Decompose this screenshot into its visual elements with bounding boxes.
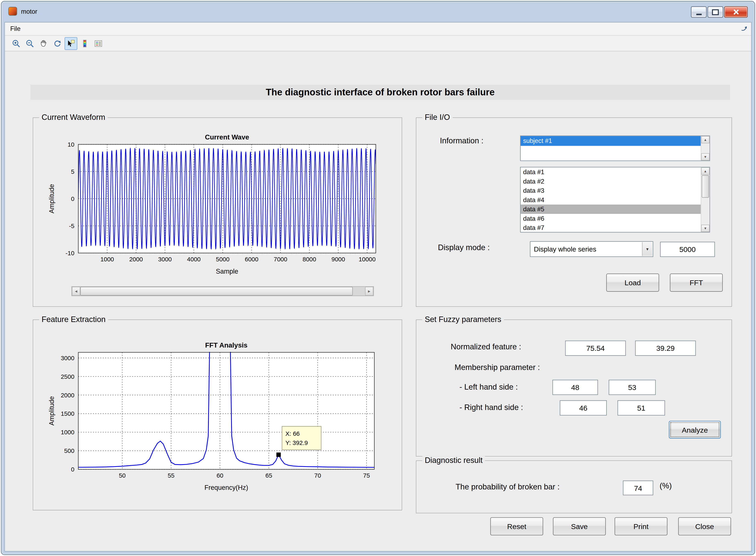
colorbar-icon — [80, 39, 89, 48]
diagnostic-panel-label: Diagnostic result — [422, 456, 485, 465]
save-button[interactable]: Save — [553, 517, 606, 535]
list-item-subject-1[interactable]: subject #1 — [520, 136, 701, 146]
display-mode-dropdown[interactable]: Display whole series ▼ — [530, 241, 653, 257]
list-item-data-5[interactable]: data #5 — [520, 205, 701, 214]
svg-text:-10: -10 — [66, 250, 74, 256]
list-item-data-6[interactable]: data #6 — [520, 214, 701, 223]
data-listbox[interactable]: data #1 data #2 data #3 data #4 data #5 … — [520, 167, 710, 232]
scroll-up-icon: ▲ — [704, 138, 707, 141]
close-button[interactable]: Close — [678, 517, 731, 535]
insert-legend-button[interactable] — [92, 37, 105, 49]
left-hand-side-label: - Left hand side : — [460, 383, 518, 391]
data-list-scrollbar[interactable]: ▲ ▼ — [701, 167, 710, 232]
subject-listbox[interactable]: subject #1 ▲ ▼ — [520, 136, 710, 161]
scroll-left-button[interactable]: ◄ — [72, 287, 80, 296]
normalized-feature-label: Normalized feature : — [451, 343, 521, 351]
fuzzy-parameters-panel: Set Fuzzy parameters Normalized feature … — [416, 319, 732, 457]
insert-legend-icon — [94, 39, 103, 48]
close-icon — [733, 9, 739, 15]
normalized-feature-field-1[interactable] — [565, 341, 626, 356]
window-title: motor — [21, 8, 37, 15]
data-list: data #1 data #2 data #3 data #4 data #5 … — [520, 167, 701, 232]
list-item-data-1[interactable]: data #1 — [520, 167, 701, 177]
minimize-button[interactable] — [691, 6, 707, 18]
svg-text:1000: 1000 — [61, 429, 74, 436]
load-button[interactable]: Load — [606, 274, 659, 292]
reset-button[interactable]: Reset — [491, 517, 543, 535]
fuzzy-panel-label: Set Fuzzy parameters — [422, 315, 504, 324]
window-titlebar: motor — [1, 1, 755, 22]
waveform-scrollbar[interactable]: ◄ ► — [71, 286, 374, 296]
scroll-right-button[interactable]: ► — [365, 287, 373, 296]
zoom-out-button[interactable] — [24, 37, 36, 49]
zoom-out-icon — [26, 39, 34, 48]
probability-label: The probability of broken bar : — [456, 483, 560, 491]
maximize-button[interactable] — [708, 6, 723, 18]
right-hand-field-1[interactable] — [560, 401, 607, 416]
svg-text:5: 5 — [71, 168, 74, 175]
svg-text:2000: 2000 — [61, 392, 74, 398]
left-hand-field-1[interactable] — [552, 380, 598, 395]
svg-text:5000: 5000 — [216, 256, 230, 263]
file-io-panel-label: File I/O — [422, 113, 453, 122]
scroll-down-icon: ▼ — [704, 155, 707, 159]
scroll-right-icon: ► — [367, 289, 371, 293]
current-waveform-panel-label: Current Waveform — [39, 113, 108, 122]
scroll-up-button[interactable]: ▲ — [701, 167, 710, 175]
scrollbar-thumb[interactable] — [80, 287, 353, 296]
rotate-3d-icon — [53, 39, 62, 48]
probability-field[interactable] — [623, 481, 653, 495]
sample-count-field[interactable] — [660, 242, 715, 257]
print-button[interactable]: Print — [614, 517, 668, 535]
close-window-button[interactable] — [724, 6, 748, 18]
svg-text:2500: 2500 — [61, 373, 74, 380]
svg-text:-5: -5 — [69, 222, 74, 229]
feature-extraction-panel-label: Feature Extraction — [39, 315, 108, 324]
scroll-up-icon: ▲ — [704, 169, 707, 173]
fft-plot[interactable]: 505560657075050010001500200025003000FFT … — [39, 335, 387, 503]
feature-extraction-panel: Feature Extraction 505560657075050010001… — [33, 319, 402, 511]
right-hand-field-2[interactable] — [618, 401, 665, 416]
figure-area: The diagnostic interface of broken rotor… — [5, 51, 751, 551]
menu-file[interactable]: File — [5, 23, 26, 35]
display-mode-value: Display whole series — [534, 242, 596, 256]
normalized-feature-field-2[interactable] — [635, 341, 696, 356]
scrollbar-thumb[interactable] — [702, 175, 709, 198]
svg-text:0: 0 — [71, 466, 74, 473]
left-hand-field-2[interactable] — [609, 380, 656, 395]
svg-text:FFT Analysis: FFT Analysis — [205, 341, 248, 349]
list-item-data-7[interactable]: data #7 — [520, 223, 701, 232]
data-cursor-button[interactable] — [65, 37, 77, 49]
display-mode-label: Display mode : — [438, 243, 490, 252]
zoom-in-button[interactable] — [10, 37, 23, 49]
information-label: Information : — [440, 137, 483, 145]
scroll-up-button[interactable]: ▲ — [701, 136, 710, 143]
svg-text:10: 10 — [68, 141, 74, 148]
membership-parameter-label: Membership parameter : — [455, 363, 540, 372]
chevron-down-icon: ▼ — [645, 247, 649, 251]
svg-text:X: 66: X: 66 — [285, 430, 300, 437]
rotate-3d-button[interactable] — [51, 37, 64, 49]
svg-text:6000: 6000 — [245, 256, 258, 263]
list-item-data-3[interactable]: data #3 — [520, 186, 701, 196]
diagnostic-result-panel: Diagnostic result The probability of bro… — [416, 460, 732, 513]
current-wave-plot[interactable]: 1000200030004000500060007000800090001000… — [39, 132, 387, 283]
svg-text:3000: 3000 — [158, 256, 172, 263]
screen: motor File — [0, 0, 756, 556]
scroll-down-button[interactable]: ▼ — [701, 224, 710, 232]
pan-button[interactable] — [37, 37, 50, 49]
dock-figure-icon[interactable] — [740, 26, 747, 32]
subject-list-scrollbar[interactable]: ▲ ▼ — [701, 136, 710, 161]
colorbar-button[interactable] — [78, 37, 91, 49]
svg-text:55: 55 — [168, 472, 174, 479]
svg-text:4000: 4000 — [187, 256, 201, 263]
dropdown-arrow-button[interactable]: ▼ — [642, 242, 652, 256]
scroll-down-button[interactable]: ▼ — [701, 153, 710, 161]
list-item-data-2[interactable]: data #2 — [520, 177, 701, 186]
analyze-button[interactable]: Analyze — [669, 421, 721, 439]
list-item-data-4[interactable]: data #4 — [520, 195, 701, 205]
svg-text:3000: 3000 — [61, 355, 74, 361]
fft-button[interactable]: FFT — [670, 274, 723, 292]
svg-text:0: 0 — [71, 196, 74, 202]
client-area: File — [4, 22, 752, 552]
